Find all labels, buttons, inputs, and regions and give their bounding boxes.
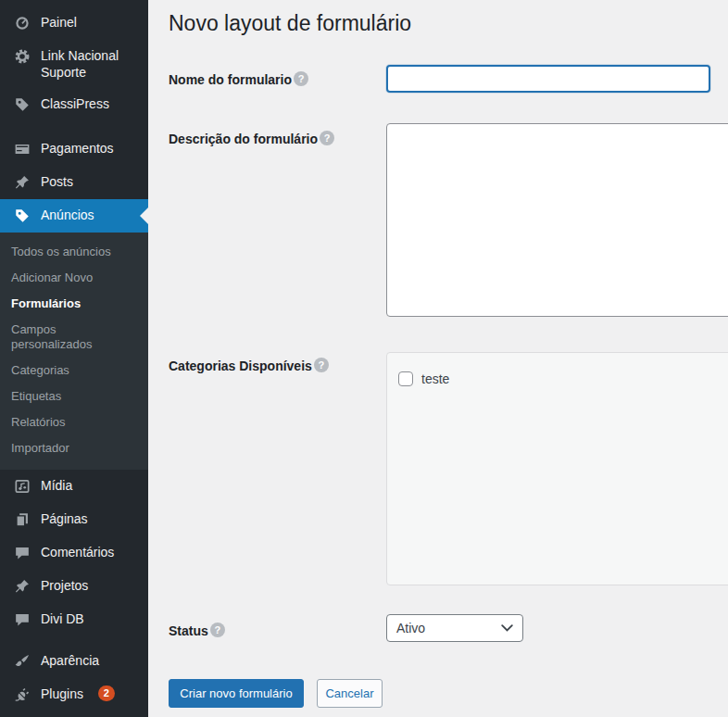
category-checkbox[interactable] bbox=[398, 371, 413, 386]
sidebar-item-label: Divi DB bbox=[41, 610, 84, 627]
menu-separator bbox=[0, 121, 148, 132]
submenu-item-relatorios[interactable]: Relatórios bbox=[0, 409, 148, 435]
sidebar-item-label: Comentários bbox=[41, 544, 114, 560]
sidebar-item-midia[interactable]: Mídia bbox=[0, 470, 148, 503]
sidebar-item-divi-db[interactable]: Divi DB bbox=[0, 603, 148, 636]
sidebar-item-posts[interactable]: Posts bbox=[0, 166, 148, 199]
main-content: Novo layout de formulário Nome do formul… bbox=[148, 0, 728, 717]
menu-separator bbox=[0, 636, 148, 645]
sidebar-item-label: ClassiPress bbox=[41, 95, 109, 112]
plugins-update-badge: 2 bbox=[98, 686, 115, 701]
pushpin-icon bbox=[13, 173, 31, 192]
status-label-text: Status bbox=[169, 623, 208, 638]
sidebar-item-aparencia[interactable]: Aparência bbox=[0, 645, 148, 678]
sidebar-item-usuarios[interactable]: Usuários bbox=[0, 711, 148, 717]
dashboard-icon bbox=[13, 14, 31, 32]
sidebar-item-label: Anúncios bbox=[41, 207, 94, 223]
help-icon[interactable]: ? bbox=[294, 71, 308, 86]
help-icon[interactable]: ? bbox=[314, 358, 329, 372]
credit-card-icon bbox=[13, 140, 31, 158]
sidebar-item-classipress[interactable]: ClassiPress bbox=[0, 88, 148, 121]
submenu-item-todos-os-anuncios[interactable]: Todos os anúncios bbox=[0, 239, 148, 265]
sidebar-item-label: Pagamentos bbox=[41, 140, 114, 157]
available-categories-label: Categorias Disponíveis? bbox=[169, 358, 329, 373]
form-name-label-text: Nome do formulario bbox=[169, 72, 292, 87]
sidebar-item-label: Posts bbox=[41, 173, 73, 190]
sidebar-item-pagamentos[interactable]: Pagamentos bbox=[0, 132, 148, 166]
submenu-item-etiquetas[interactable]: Etiquetas bbox=[0, 384, 148, 409]
cancel-button[interactable]: Cancelar bbox=[317, 679, 383, 708]
sidebar-item-label: Painel bbox=[41, 14, 77, 31]
chevron-down-icon bbox=[501, 624, 513, 632]
sidebar-item-label: Link Nacional Suporte bbox=[41, 47, 139, 81]
category-option-label[interactable]: teste bbox=[421, 371, 449, 386]
form-description-label: Descrição do formulário? bbox=[169, 131, 334, 146]
comment-icon bbox=[13, 610, 31, 629]
create-form-button[interactable]: Criar novo formulário bbox=[169, 679, 304, 708]
gear-icon bbox=[13, 47, 31, 66]
tag-icon bbox=[13, 95, 31, 114]
sidebar-item-painel[interactable]: Painel bbox=[0, 6, 148, 40]
sidebar-item-label: Aparência bbox=[41, 652, 99, 669]
sidebar-item-label: Projetos bbox=[41, 577, 88, 594]
wordpress-admin: Painel Link Nacional Suporte ClassiPress… bbox=[0, 0, 728, 717]
sidebar-item-link-nacional-suporte[interactable]: Link Nacional Suporte bbox=[0, 40, 148, 88]
status-select-value: Ativo bbox=[396, 621, 425, 635]
help-icon[interactable]: ? bbox=[210, 623, 225, 637]
form-name-label: Nome do formulario? bbox=[169, 71, 308, 87]
submenu-item-adicionar-novo[interactable]: Adicionar Novo bbox=[0, 265, 148, 291]
pages-icon bbox=[13, 510, 31, 529]
sidebar-item-comentarios[interactable]: Comentários bbox=[0, 536, 148, 570]
plug-icon bbox=[13, 686, 31, 704]
sidebar-item-projetos[interactable]: Projetos bbox=[0, 570, 148, 603]
media-icon bbox=[13, 477, 31, 496]
form-description-textarea[interactable] bbox=[386, 123, 728, 317]
submenu-item-importador[interactable]: Importador bbox=[0, 435, 148, 461]
sidebar-item-label: Mídia bbox=[41, 477, 72, 494]
sidebar-item-label: Páginas bbox=[41, 510, 88, 527]
admin-sidebar: Painel Link Nacional Suporte ClassiPress… bbox=[0, 0, 148, 717]
sidebar-item-paginas[interactable]: Páginas bbox=[0, 503, 148, 536]
submenu-item-categorias[interactable]: Categorias bbox=[0, 358, 148, 384]
status-label: Status? bbox=[169, 623, 225, 638]
submenu-item-campos-personalizados[interactable]: Campos personalizados bbox=[0, 317, 148, 358]
anuncios-submenu: Todos os anúncios Adicionar Novo Formulá… bbox=[0, 233, 148, 470]
tag-icon bbox=[13, 207, 31, 225]
status-select[interactable]: Ativo bbox=[386, 614, 523, 642]
available-categories-label-text: Categorias Disponíveis bbox=[169, 358, 312, 373]
form-description-label-text: Descrição do formulário bbox=[169, 132, 318, 146]
pushpin-icon bbox=[13, 577, 31, 596]
help-icon[interactable]: ? bbox=[320, 131, 334, 145]
brush-icon bbox=[13, 652, 31, 671]
form-name-input[interactable] bbox=[386, 65, 710, 93]
submenu-item-formularios[interactable]: Formulários bbox=[0, 291, 148, 317]
category-option-teste: teste bbox=[398, 371, 728, 386]
sidebar-item-label: Plugins bbox=[41, 686, 83, 702]
categories-box: teste bbox=[386, 352, 728, 585]
page-title: Novo layout de formulário bbox=[169, 11, 411, 36]
sidebar-item-anuncios[interactable]: Anúncios bbox=[0, 199, 148, 233]
comment-icon bbox=[13, 544, 31, 562]
sidebar-item-plugins[interactable]: Plugins 2 bbox=[0, 678, 148, 711]
